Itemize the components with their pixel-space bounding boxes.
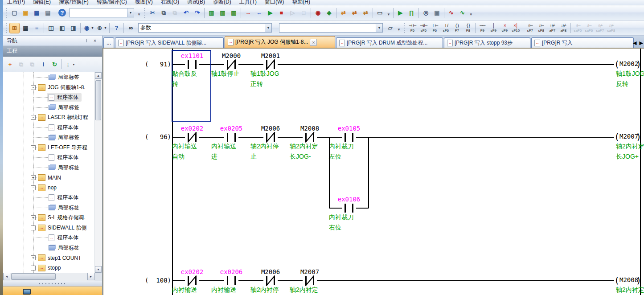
coil-M2007[interactable]: M2007 bbox=[619, 133, 638, 140]
tree-item-MAIN[interactable]: ↔MAIN bbox=[3, 172, 88, 183]
tree-item-step1 COUNT[interactable]: ↔step1 COUNT bbox=[3, 253, 88, 263]
ladder-editor[interactable]: ( 91)ex1101贴合鼓反转M2000轴1鼓停止M2001轴1鼓JOG正转(… bbox=[103, 49, 644, 295]
menu-item[interactable]: 视图(V) bbox=[131, 0, 157, 5]
menu-item[interactable]: 编辑(E) bbox=[29, 0, 55, 5]
copy-button[interactable]: ⧉ bbox=[159, 8, 169, 18]
print-button[interactable]: ▤ bbox=[43, 8, 53, 18]
ladder-symbol-F5-button[interactable]: ⊣ ⊢F5 bbox=[407, 22, 418, 34]
tree-item-SIDEWALL 胎侧[interactable]: ↔SIDEWALL 胎侧 bbox=[3, 223, 88, 233]
ladder-symbol-sF7-button[interactable]: ↑⊢sF7 bbox=[525, 22, 536, 34]
expand-icon[interactable]: + bbox=[31, 175, 36, 180]
toolbar-overflow-icon[interactable]: ▼ bbox=[397, 28, 401, 32]
document-tab[interactable]: ↔[PRG]R 写入 stopp 93步 bbox=[444, 37, 530, 48]
print-preview-page-button[interactable]: ▱ bbox=[385, 23, 395, 33]
collapse-icon[interactable]: - bbox=[31, 266, 36, 270]
tree-item-JOG 伺服轴1-8.[interactable]: ↔JOG 伺服轴1-8. bbox=[3, 82, 88, 93]
device-grid-button[interactable]: ◨ bbox=[68, 23, 78, 33]
collapse-icon[interactable]: - bbox=[31, 225, 36, 230]
panel-splitter[interactable] bbox=[3, 281, 102, 287]
monitor-stop-button[interactable]: ■ bbox=[276, 8, 287, 18]
contact-M2007[interactable] bbox=[303, 276, 317, 286]
tree-vertical-scrollbar[interactable]: ▲ ▼ bbox=[94, 72, 102, 273]
save-project-button[interactable]: ▦ bbox=[32, 8, 42, 18]
monitor-start-button[interactable]: ▶ bbox=[265, 8, 275, 18]
pin-icon[interactable]: ⊤ bbox=[83, 37, 90, 44]
new-data-button[interactable]: + bbox=[5, 59, 15, 70]
device-find-button[interactable]: ◫ bbox=[46, 23, 56, 33]
contact-M2006[interactable] bbox=[263, 276, 278, 286]
document-tab[interactable]: ↔[PRG]R 写入 SIDEWALL 胎侧架... bbox=[115, 37, 224, 48]
document-tab-active[interactable]: ↔[PRG]R 写入 JOG 伺服轴1-8...× bbox=[225, 36, 335, 48]
ladder-symbol-aF7-button[interactable]: ↑⊬aF7 bbox=[547, 22, 558, 34]
tree-item-S-L 规格存储调.[interactable]: ↔S-L 规格存储调. bbox=[3, 213, 88, 223]
contact-M2000[interactable] bbox=[224, 60, 238, 70]
menu-item[interactable]: 诊断(D) bbox=[209, 0, 235, 5]
toolbar-grip[interactable] bbox=[6, 8, 7, 18]
refresh-view-button[interactable]: ↻ bbox=[49, 59, 60, 70]
ladder-symbol-cF9-button[interactable]: ×cF9 bbox=[499, 22, 510, 34]
combo-dropdown-icon[interactable]: ▼ bbox=[127, 8, 134, 17]
ladder-symbol-F6-button[interactable]: ⊥⊢F6 bbox=[429, 22, 440, 34]
quick-find-combo[interactable]: ▼ bbox=[70, 8, 134, 17]
collapse-icon[interactable]: - bbox=[31, 85, 36, 90]
menu-item[interactable]: 搜索/替换(F) bbox=[55, 0, 93, 5]
toolbar-grip[interactable] bbox=[6, 23, 7, 33]
coil-M2008[interactable]: M2008 bbox=[619, 276, 638, 283]
device-list-button[interactable]: ◧ bbox=[57, 23, 67, 33]
plc-diagnostics-button[interactable]: ▥ bbox=[229, 8, 239, 18]
document-tab[interactable]: ... bbox=[103, 37, 114, 48]
tree-item-LET-OFF 导开程[interactable]: ↔LET-OFF 导开程 bbox=[3, 143, 88, 153]
menu-item[interactable]: 工具(T) bbox=[235, 0, 261, 5]
menu-item[interactable]: 帮助(H) bbox=[288, 0, 314, 5]
document-tab[interactable]: ↔[PRG]R 写入 bbox=[531, 37, 634, 48]
sort-menu-button[interactable]: ↕▼ bbox=[64, 59, 76, 70]
combo-dropdown-icon[interactable]: ▼ bbox=[376, 24, 382, 32]
device-test-button[interactable]: ◈ bbox=[324, 8, 334, 18]
contact-ex0205[interactable] bbox=[224, 132, 238, 142]
close-icon[interactable]: × bbox=[91, 37, 98, 44]
tab-close-icon[interactable]: × bbox=[310, 39, 317, 46]
device-batch-monitor-button[interactable]: ◉ bbox=[313, 8, 323, 18]
tree-item-nop[interactable]: ↔nop bbox=[3, 183, 88, 193]
ladder-symbol-aF8-button[interactable]: ↓⊬aF8 bbox=[558, 22, 569, 34]
menu-item[interactable]: 转换/编译(C) bbox=[93, 0, 131, 5]
window-list-button[interactable]: ≡ bbox=[32, 23, 42, 33]
intelligent-module-button[interactable]: ▦ bbox=[21, 23, 31, 33]
find-binoculars-button[interactable]: ∞ bbox=[126, 23, 136, 33]
trace-graph-down-button[interactable]: ∿ bbox=[446, 8, 456, 18]
scroll-up-icon[interactable]: ▲ bbox=[95, 72, 102, 79]
menu-item[interactable]: 窗口(W) bbox=[261, 0, 288, 5]
tab-scroll-right-icon[interactable]: ▶ bbox=[640, 40, 643, 46]
screen-capture-button[interactable]: ▣ bbox=[432, 8, 442, 18]
toolbar-overflow-icon[interactable]: ▼ bbox=[137, 12, 141, 16]
undo-button[interactable]: ↶ bbox=[181, 8, 191, 18]
tab-scroll-left-icon[interactable]: ◀ bbox=[633, 40, 636, 46]
trace-graph-up-button[interactable]: ∿ bbox=[457, 8, 468, 18]
scroll-right-icon[interactable]: ► bbox=[87, 273, 94, 280]
contact-ex0105[interactable] bbox=[342, 132, 356, 142]
toolbar-grip[interactable] bbox=[144, 8, 145, 18]
contact-ex0202[interactable] bbox=[185, 132, 199, 142]
scrollbar-thumb[interactable] bbox=[95, 80, 101, 120]
ladder-symbol-F8-button[interactable]: { }F8 bbox=[463, 22, 474, 34]
device-zoom-menu-button[interactable]: ⊕▼ bbox=[95, 23, 107, 33]
device-target-combo[interactable]: 参数 ▼ bbox=[138, 23, 272, 33]
nav-project-bar-button[interactable] bbox=[3, 287, 102, 295]
write-to-plc-button[interactable]: → bbox=[243, 8, 253, 18]
contact-ex0202[interactable] bbox=[185, 276, 199, 286]
project-tree[interactable]: 局部标签↔JOG 伺服轴1-8.-↔程序本体局部标签↔LASER 标线灯程-↔程… bbox=[3, 72, 102, 273]
contact-M2008[interactable] bbox=[303, 132, 317, 142]
help-lamp-button[interactable]: ? bbox=[111, 23, 122, 33]
contact-M2006[interactable] bbox=[263, 132, 278, 142]
ladder-symbol-F9-button[interactable]: ──F9 bbox=[477, 22, 488, 34]
ladder-symbol-sF6-button[interactable]: ⊥/sF6 bbox=[440, 22, 451, 34]
tree-item-stopp[interactable]: ↔stopp bbox=[3, 263, 88, 273]
contact-ex0106[interactable] bbox=[342, 203, 356, 213]
expand-icon[interactable]: + bbox=[31, 255, 36, 260]
secondary-combo[interactable]: ▼ bbox=[279, 23, 383, 33]
open-project-button[interactable]: ▣ bbox=[21, 8, 31, 18]
scroll-down-icon[interactable]: ▼ bbox=[95, 266, 102, 273]
contact-M2001[interactable] bbox=[263, 60, 278, 70]
menu-item[interactable]: 调试(B) bbox=[183, 0, 209, 5]
ladder-symbol-F7-button[interactable]: ( )F7 bbox=[451, 22, 463, 34]
